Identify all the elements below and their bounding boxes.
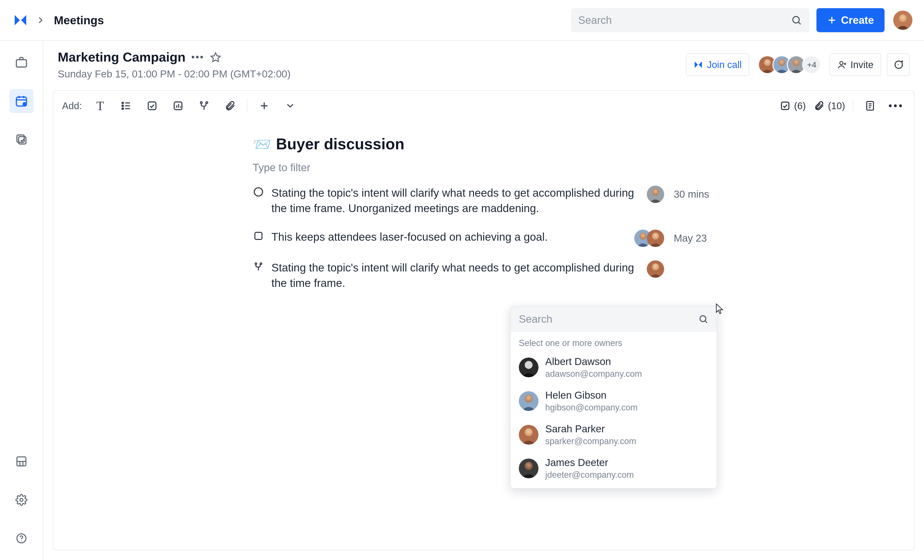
decision-tool[interactable] — [195, 97, 213, 115]
doc-item-checkbox[interactable]: This keeps attendees laser-focused on ac… — [253, 229, 715, 247]
user-plus-icon — [837, 60, 847, 69]
page-subtitle: Sunday Feb 15, 01:00 PM - 02:00 PM (GMT+… — [58, 68, 291, 80]
svg-point-28 — [840, 61, 843, 65]
svg-point-71 — [525, 395, 533, 403]
star-icon[interactable] — [210, 51, 221, 63]
item-owner-avatar[interactable] — [647, 230, 664, 247]
svg-line-67 — [705, 321, 707, 323]
attendee-stack[interactable]: +4 — [758, 55, 821, 74]
breadcrumb[interactable]: Meetings — [54, 14, 104, 27]
svg-point-5 — [899, 14, 907, 22]
document: 📨 Buyer discussion Type to filter Statin… — [253, 121, 715, 291]
svg-point-36 — [122, 108, 123, 109]
svg-rect-48 — [782, 102, 789, 110]
avatar — [519, 358, 538, 377]
radio-icon[interactable] — [253, 186, 264, 198]
owner-name: Sarah Parker — [545, 423, 636, 435]
nav-calendar[interactable] — [9, 89, 33, 113]
nav-tasks[interactable] — [9, 127, 33, 151]
avatar — [519, 425, 538, 445]
avatar — [519, 458, 538, 478]
filter-hint[interactable]: Type to filter — [253, 162, 715, 174]
svg-point-66 — [700, 316, 706, 322]
plus-tool[interactable] — [255, 97, 273, 115]
owner-email: hgibson@company.com — [545, 403, 638, 413]
svg-rect-38 — [148, 102, 156, 110]
item-text[interactable]: Stating the topic's intent will clarify … — [272, 185, 635, 216]
invite-button[interactable]: Invite — [830, 53, 881, 76]
svg-point-58 — [640, 232, 646, 240]
owner-email: adawson@company.com — [545, 369, 642, 379]
svg-point-31 — [898, 64, 899, 65]
svg-point-53 — [254, 188, 263, 196]
more-actions[interactable]: ••• — [887, 97, 905, 115]
svg-rect-12 — [17, 135, 24, 142]
doc-item-decision[interactable]: Stating the topic's intent will clarify … — [253, 260, 715, 291]
more-icon[interactable]: ••• — [191, 52, 204, 63]
text-tool[interactable]: T — [91, 97, 109, 115]
svg-point-18 — [20, 499, 23, 502]
svg-point-69 — [525, 361, 533, 369]
owner-option[interactable]: James Deeterjdeeter@company.com — [511, 452, 717, 488]
svg-point-65 — [652, 263, 659, 270]
doc-title[interactable]: Buyer discussion — [276, 135, 405, 153]
poll-tool[interactable] — [169, 97, 187, 115]
attach-count[interactable]: (10) — [813, 100, 845, 111]
owner-name: James Deeter — [545, 457, 634, 469]
svg-point-34 — [122, 105, 123, 106]
checkbox-icon[interactable] — [253, 230, 264, 242]
svg-point-0 — [793, 16, 800, 23]
page-title: Marketing Campaign — [58, 49, 186, 64]
chevron-down-icon[interactable] — [281, 97, 299, 115]
item-owner-avatar[interactable] — [647, 186, 664, 203]
attendee-more[interactable]: +4 — [802, 55, 821, 74]
doc-item-radio[interactable]: Stating the topic's intent will clarify … — [253, 185, 715, 216]
owner-option[interactable]: Albert Dawsonadawson@company.com — [511, 350, 717, 384]
left-nav — [0, 41, 44, 560]
global-search[interactable] — [571, 8, 809, 32]
nav-apps[interactable] — [9, 449, 33, 473]
page-header: Marketing Campaign ••• Sunday Feb 15, 01… — [44, 41, 924, 87]
checks-count[interactable]: (6) — [780, 100, 806, 111]
list-tool[interactable] — [117, 97, 135, 115]
item-meta[interactable]: 30 mins — [674, 189, 715, 200]
item-text[interactable]: This keeps attendees laser-focused on ac… — [272, 229, 622, 244]
search-input[interactable] — [578, 14, 791, 26]
checks-count-label: (6) — [794, 100, 806, 111]
item-text[interactable]: Stating the topic's intent will clarify … — [272, 260, 635, 291]
owner-name: Helen Gibson — [545, 389, 638, 401]
svg-point-23 — [764, 59, 771, 66]
decision-icon[interactable] — [253, 261, 264, 273]
avatar — [519, 391, 538, 411]
app-logo[interactable] — [12, 11, 29, 29]
chevron-right-icon[interactable] — [32, 12, 49, 28]
owner-hint: Select one or more owners — [511, 332, 717, 350]
separator — [247, 99, 248, 113]
owner-option[interactable]: Helen Gibsonhgibson@company.com — [511, 384, 717, 418]
nav-settings[interactable] — [9, 488, 33, 512]
nav-help[interactable] — [9, 526, 33, 550]
user-avatar[interactable] — [893, 10, 912, 30]
item-meta[interactable]: May 23 — [674, 232, 715, 244]
app-mark-icon — [693, 60, 703, 69]
owner-popover: Select one or more owners Albert Dawsona… — [510, 306, 717, 488]
svg-point-75 — [525, 462, 533, 470]
chat-button[interactable] — [887, 53, 910, 76]
owner-search-input[interactable] — [519, 313, 693, 325]
template-tool[interactable] — [861, 97, 879, 115]
join-call-button[interactable]: Join call — [686, 53, 750, 76]
create-button[interactable]: Create — [816, 8, 885, 32]
checkbox-tool[interactable] — [143, 97, 161, 115]
attachment-tool[interactable] — [221, 97, 239, 115]
owner-email: sparker@company.com — [545, 436, 636, 446]
svg-point-32 — [122, 102, 123, 103]
nav-briefcase[interactable] — [9, 51, 33, 75]
editor-toolbar: Add: T (6) (10) — [53, 91, 914, 121]
owner-option[interactable]: Sarah Parkersparker@company.com — [511, 418, 717, 452]
item-owner-avatar[interactable] — [647, 261, 664, 278]
separator — [853, 99, 853, 113]
svg-point-11 — [22, 102, 27, 106]
owner-search[interactable] — [511, 306, 717, 332]
owner-email: jdeeter@company.com — [545, 470, 634, 480]
invite-label: Invite — [850, 59, 873, 70]
